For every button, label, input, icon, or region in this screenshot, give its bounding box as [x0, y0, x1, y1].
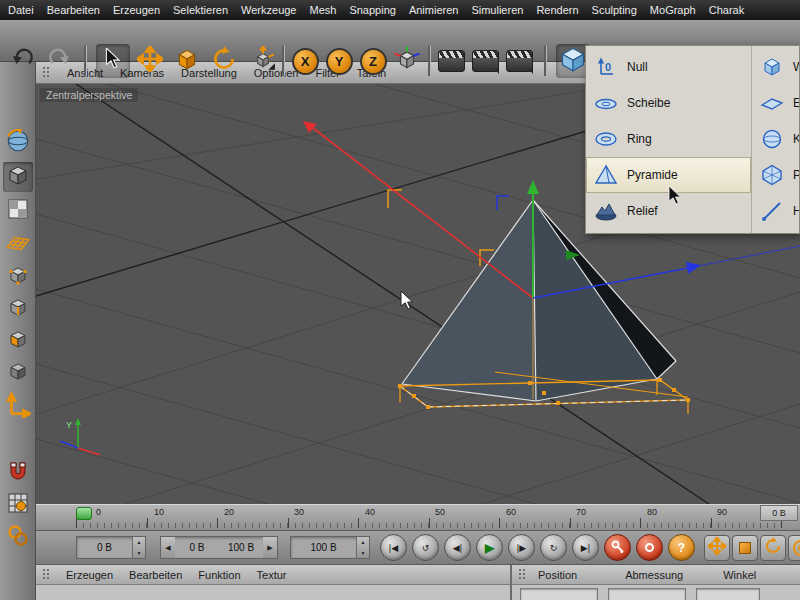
workplane-mode-button[interactable]	[3, 230, 33, 260]
menu-item-erzeugen[interactable]: Erzeugen	[113, 4, 160, 16]
position-key-icon	[708, 537, 726, 559]
quantize-button[interactable]	[3, 522, 33, 552]
menu-item-ebene-partial[interactable]: E	[752, 85, 799, 121]
texture-mode-button[interactable]	[3, 196, 33, 226]
menu-item-platon-partial[interactable]: P	[752, 157, 799, 193]
polygon-mode-icon	[6, 327, 30, 355]
menu-item-wuerfel-partial[interactable]: W	[752, 49, 799, 85]
size-x-field[interactable]	[608, 588, 686, 600]
lock-y-icon: Y	[326, 48, 353, 75]
menu-item-simulieren[interactable]: Simulieren	[471, 4, 523, 16]
points-mode-button[interactable]	[3, 262, 33, 292]
redo-button[interactable]	[42, 44, 76, 78]
step-down-icon[interactable]: ▼	[133, 548, 145, 559]
menu-item-kugel-partial[interactable]: K	[752, 121, 799, 157]
prev-key-button[interactable]: ↺	[412, 534, 439, 561]
axis-mode-icon	[5, 392, 31, 422]
frame-stepper[interactable]: ▲ ▼	[132, 537, 145, 558]
axis-mode-button[interactable]	[3, 392, 33, 422]
step-up-icon[interactable]: ▲	[133, 537, 145, 548]
render-picture-icon	[472, 50, 499, 72]
menu-item-ring[interactable]: Ring	[586, 121, 751, 157]
rotate-tool-button[interactable]	[207, 44, 241, 78]
menu-item-mograph[interactable]: MoGraph	[650, 4, 696, 16]
lock-y-button[interactable]: Y	[322, 44, 356, 78]
position-x-field[interactable]	[520, 588, 598, 600]
menu-item-rendern[interactable]: Rendern	[536, 4, 578, 16]
record-keyframe-button[interactable]	[604, 534, 631, 561]
render-view-button[interactable]	[434, 44, 468, 78]
model-mode-button[interactable]	[3, 162, 33, 192]
tab-bearbeiten[interactable]: Bearbeiten	[129, 569, 182, 581]
coordinate-system-button[interactable]	[390, 44, 424, 78]
make-editable-button[interactable]	[3, 128, 33, 158]
play-button[interactable]: ▶	[476, 534, 503, 561]
tick-label: 90	[717, 507, 727, 517]
object-mode-button[interactable]	[3, 358, 33, 388]
edge-mode-button[interactable]	[3, 294, 33, 324]
preview-range-field[interactable]: ◀ 0 B 100 B ▶	[160, 536, 278, 559]
render-settings-button[interactable]	[502, 44, 536, 78]
render-settings-icon	[506, 50, 533, 72]
menu-item-sculpting[interactable]: Sculpting	[592, 4, 637, 16]
last-tool-button[interactable]	[246, 44, 280, 78]
panel-grip[interactable]	[42, 568, 50, 581]
menu-item-animieren[interactable]: Animieren	[409, 4, 459, 16]
max-frame-field[interactable]: 100 B ▲ ▼	[290, 536, 370, 559]
parameter-key-icon: P	[793, 540, 800, 556]
angle-h-field[interactable]	[696, 588, 760, 600]
menu-item-null[interactable]: 0 Null	[586, 49, 751, 85]
menu-item-scheibe[interactable]: Scheibe	[586, 85, 751, 121]
step-down-icon[interactable]: ▼	[357, 548, 369, 559]
snap-button[interactable]	[3, 458, 33, 488]
current-frame-value: 0 B	[77, 542, 132, 553]
tick-label: 60	[506, 507, 516, 517]
goto-start-button[interactable]: |◀	[380, 534, 407, 561]
scale-tool-button[interactable]	[170, 44, 204, 78]
render-picture-viewer-button[interactable]	[468, 44, 502, 78]
autokey-button[interactable]	[636, 534, 663, 561]
keyframe-parameter-toggle[interactable]: P	[788, 535, 800, 561]
menu-item-datei[interactable]: Datei	[8, 4, 34, 16]
keyframe-position-toggle[interactable]	[704, 535, 730, 561]
menu-item-charakter[interactable]: Charak	[709, 4, 744, 16]
menu-item-snapping[interactable]: Snapping	[349, 4, 396, 16]
menu-item-selektieren[interactable]: Selektieren	[173, 4, 228, 16]
move-tool-button[interactable]	[133, 44, 167, 78]
menu-item-mesh[interactable]: Mesh	[309, 4, 336, 16]
keyframe-scale-toggle[interactable]	[732, 535, 758, 561]
tab-erzeugen[interactable]: Erzeugen	[66, 569, 113, 581]
lock-x-button[interactable]: X	[288, 44, 322, 78]
timeline-ruler[interactable]: 0 10 20 30 40 50 60 70 80 90 0 B	[36, 504, 800, 531]
menu-item-bearbeiten[interactable]: Bearbeiten	[47, 4, 100, 16]
grid-snap-button[interactable]	[3, 490, 33, 520]
mouse-cursor	[400, 291, 414, 315]
prev-frame-button[interactable]: ◀|	[444, 534, 471, 561]
tab-funktion[interactable]: Funktion	[198, 569, 240, 581]
tab-textur[interactable]: Textur	[257, 569, 287, 581]
menu-item-werkzeuge[interactable]: Werkzeuge	[241, 4, 296, 16]
goto-end-button[interactable]: ▶|	[572, 534, 599, 561]
step-up-icon[interactable]: ▲	[357, 537, 369, 548]
scale-icon	[174, 46, 200, 76]
selection-tool-button[interactable]	[96, 44, 130, 78]
menu-item-h-partial[interactable]: H	[752, 193, 799, 229]
polygon-mode-button[interactable]	[3, 326, 33, 356]
next-frame-button[interactable]: |▶	[508, 534, 535, 561]
panel-grip[interactable]	[518, 568, 526, 581]
keyframe-rotation-toggle[interactable]	[760, 535, 786, 561]
object-manager-body[interactable]	[36, 585, 510, 600]
range-right-icon[interactable]: ▶	[263, 537, 277, 558]
timeline-playhead[interactable]	[76, 507, 92, 520]
menu-second-column: W E K P	[751, 46, 799, 233]
tick-label: 80	[647, 507, 657, 517]
keyframe-selection-button[interactable]: ?	[668, 534, 695, 561]
lock-z-button[interactable]: Z	[356, 44, 390, 78]
undo-button[interactable]	[6, 44, 40, 78]
header-abmessung: Abmessung	[625, 569, 683, 581]
range-left-icon[interactable]: ◀	[161, 537, 175, 558]
next-key-button[interactable]: ↻	[540, 534, 567, 561]
current-frame-field[interactable]: 0 B ▲ ▼	[76, 536, 146, 559]
max-frame-stepper[interactable]: ▲ ▼	[356, 537, 369, 558]
object-mode-icon	[6, 359, 30, 387]
